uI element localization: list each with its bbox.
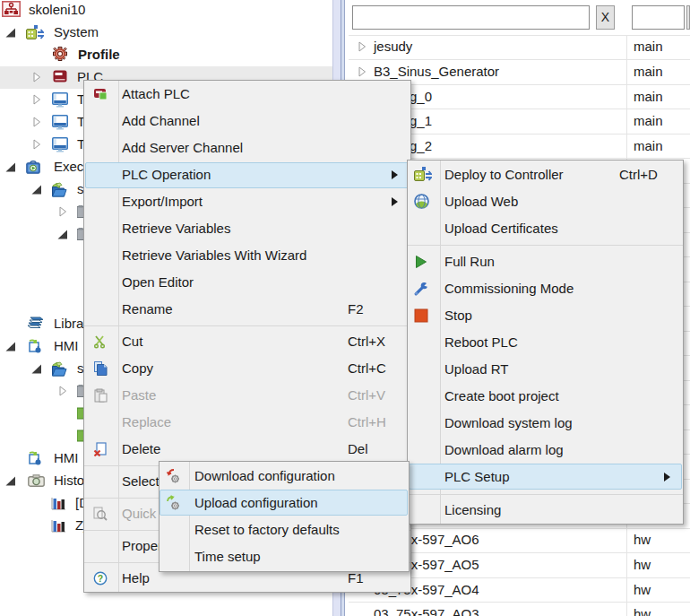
- svg-text:?: ?: [98, 573, 103, 584]
